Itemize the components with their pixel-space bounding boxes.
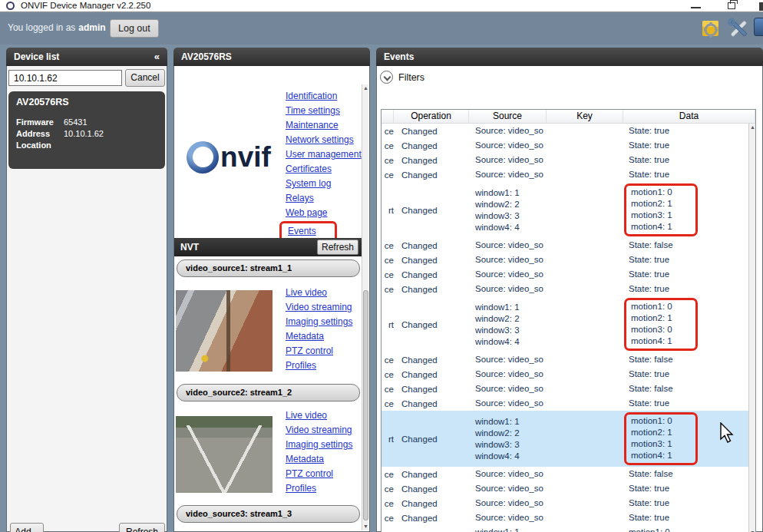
column-key[interactable]: Key (547, 110, 623, 123)
link-maintenance[interactable]: Maintenance (286, 118, 362, 133)
event-clipped-text: ce (382, 285, 394, 294)
event-data: motion1: 0motion2: 1motion3: 0motion4: 1 (623, 298, 755, 351)
close-button[interactable] (759, 2, 763, 11)
events-table-header: Operation Source Key Data (382, 110, 755, 124)
event-clipped-text: ce (382, 385, 394, 394)
device-filter-input[interactable] (8, 70, 122, 86)
video-source2-thumbnail[interactable] (176, 416, 272, 493)
column-data[interactable]: Data (623, 110, 755, 123)
event-row[interactable]: rtChangedwindow1: 1window2: 2window3: 3w… (382, 182, 755, 238)
cancel-button[interactable]: Cancel (125, 69, 165, 87)
video-source1-pill[interactable]: video_source1: stream1_1 (177, 259, 360, 277)
link-video-streaming[interactable]: Video streaming (286, 300, 352, 315)
link-user-management[interactable]: User management (286, 147, 362, 162)
event-operation: Changed (394, 241, 469, 250)
nvt-refresh-button[interactable]: Refresh (317, 240, 358, 255)
link-ptz-control[interactable]: PTZ control (286, 467, 352, 481)
link-relays[interactable]: Relays (286, 191, 362, 206)
device-card[interactable]: AV20576RS Firmware65431 Address10.10.1.6… (8, 91, 165, 169)
event-row[interactable]: ceChangedSource: video_soState: false (382, 352, 755, 367)
video-source1-thumbnail[interactable] (176, 290, 272, 372)
minimize-button[interactable] (691, 7, 701, 8)
device-list-body: Cancel AV20576RS Firmware65431 Address10… (6, 66, 167, 532)
event-source: Source: video_so (469, 354, 547, 365)
event-source: window1: 1window2: 2window3: 3window4: 4 (469, 302, 547, 348)
link-certificates[interactable]: Certificates (286, 162, 362, 177)
link-metadata[interactable]: Metadata (286, 329, 352, 344)
event-row[interactable]: ceChangedSource: video_soState: true (382, 367, 755, 382)
event-clipped-text: rt (382, 206, 394, 215)
link-live-video[interactable]: Live video (286, 286, 352, 300)
event-data: State: true (623, 283, 755, 295)
column-clip[interactable] (382, 110, 394, 123)
onvif-logo-o-icon (187, 141, 219, 173)
link-ptz-control[interactable]: PTZ control (286, 344, 352, 359)
restore-button[interactable] (728, 2, 735, 9)
event-row[interactable]: ceChangedSource: video_soState: true (382, 282, 755, 296)
link-profiles[interactable]: Profiles (286, 359, 352, 373)
link-video-streaming[interactable]: Video streaming (286, 423, 352, 438)
refresh-list-button[interactable]: Refresh (119, 523, 165, 532)
event-clipped-text: rt (382, 435, 394, 444)
link-metadata[interactable]: Metadata (286, 452, 352, 467)
link-live-video[interactable]: Live video (286, 408, 352, 423)
event-data: State: true (623, 140, 755, 151)
event-clipped-text: ce (382, 470, 394, 479)
tools-icon[interactable] (727, 18, 750, 41)
link-time-settings[interactable]: Time settings (286, 104, 362, 118)
collapse-panel-icon[interactable]: « (154, 48, 160, 66)
title-bar: ONVIF Device Manager v2.2.250 (0, 0, 763, 12)
link-system-log[interactable]: System log (286, 177, 362, 191)
events-vertical-scrollbar[interactable]: ▲ ▼ (748, 124, 755, 532)
help-icon[interactable] (754, 18, 763, 36)
scrollbar-thumb[interactable] (363, 290, 368, 520)
event-row[interactable]: ceChangedSource: video_soState: true (382, 153, 755, 167)
event-operation: Changed (394, 385, 469, 394)
video-source2-pill[interactable]: video_source2: stream1_2 (177, 384, 360, 401)
event-data: State: true (623, 398, 755, 409)
event-row[interactable]: ceChangedSource: video_soState: true (382, 481, 755, 496)
event-data: State: true (623, 483, 755, 494)
event-row[interactable]: ceChangedSource: video_soState: true (382, 267, 755, 282)
scroll-down-icon[interactable]: ▼ (362, 523, 369, 530)
event-row[interactable]: ceChangedSource: video_soState: true (382, 138, 755, 153)
event-row[interactable]: ceChangedSource: video_soState: true (382, 396, 755, 411)
settings-icon[interactable] (701, 18, 721, 39)
link-network-settings[interactable]: Network settings (286, 133, 362, 147)
event-row[interactable]: ceChangedSource: video_soState: true (382, 511, 755, 525)
event-clipped-text: ce (382, 156, 394, 165)
event-row[interactable]: ceChangedSource: video_soState: false (382, 382, 755, 396)
event-row[interactable]: ceChangedSource: video_soState: true (382, 124, 755, 138)
event-row[interactable]: ceChangedSource: video_soState: true (382, 496, 755, 511)
link-imaging-settings[interactable]: Imaging settings (286, 438, 352, 452)
link-events[interactable]: Events (288, 224, 316, 239)
scroll-down-icon[interactable]: ▼ (749, 529, 756, 532)
event-operation: Changed (394, 399, 469, 408)
video-source3-pill[interactable]: video_source3: stream1_3 (177, 505, 360, 523)
add-device-button[interactable]: Add... (10, 523, 44, 532)
event-row[interactable]: ceChangedSource: video_soState: false (382, 238, 755, 253)
filters-expander[interactable]: Filters (380, 71, 424, 84)
scroll-up-icon[interactable]: ▲ (362, 84, 369, 92)
link-imaging-settings[interactable]: Imaging settings (286, 315, 352, 329)
link-profiles[interactable]: Profiles (286, 481, 352, 496)
event-row[interactable]: rtChangedwindow1: 1window2: 2motion1: 0m… (382, 525, 755, 532)
event-operation: Changed (394, 370, 469, 379)
event-data: motion1: 0motion2: 1motion3: 1motion4: 1 (623, 412, 755, 465)
link-web-page[interactable]: Web page (286, 206, 362, 220)
event-operation: Changed (394, 270, 469, 279)
link-identification[interactable]: Identification (286, 89, 362, 104)
middle-scrollbar[interactable]: ▲ ▼ (362, 84, 368, 530)
column-operation[interactable]: Operation (394, 110, 469, 123)
event-row[interactable]: rtChangedwindow1: 1window2: 2window3: 3w… (382, 411, 755, 467)
event-row[interactable]: ceChangedSource: video_soState: true (382, 167, 755, 182)
event-row[interactable]: ceChangedSource: video_soState: false (382, 467, 755, 481)
column-source[interactable]: Source (469, 110, 547, 123)
onvif-logo: nvif (177, 134, 280, 181)
event-row[interactable]: rtChangedwindow1: 1window2: 2window3: 3w… (382, 296, 755, 352)
logout-button[interactable]: Log out (110, 19, 159, 38)
event-source: window1: 1window2: 2window3: 3window4: 4 (469, 187, 547, 233)
chevron-down-icon[interactable] (380, 71, 393, 84)
scroll-up-icon[interactable]: ▲ (749, 124, 756, 131)
event-row[interactable]: ceChangedSource: video_soState: true (382, 253, 755, 267)
